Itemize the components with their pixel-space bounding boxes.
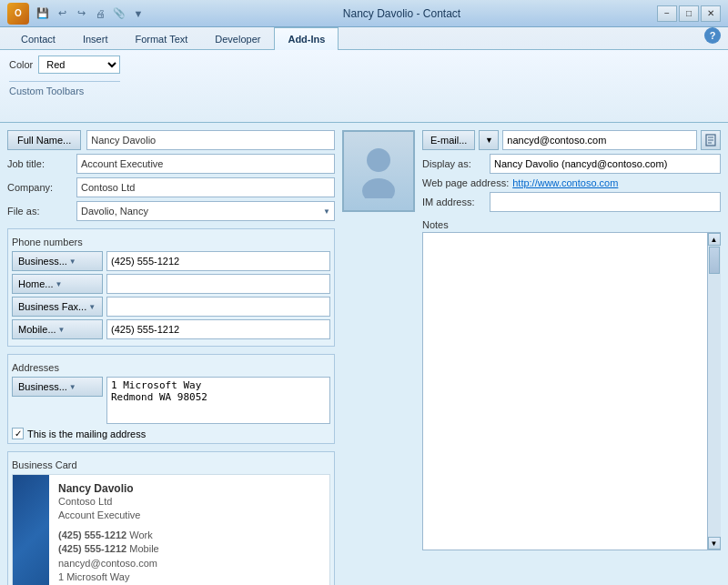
phone-home-input[interactable] — [106, 274, 330, 294]
addressbook-icon — [704, 134, 717, 146]
phone-row-home: Home... ▼ — [12, 274, 330, 294]
center-column — [342, 130, 415, 585]
redo-quick-btn[interactable]: ↪ — [73, 5, 89, 22]
form-area: Full Name... Job title: Company: File as… — [7, 130, 721, 585]
svg-point-1 — [362, 178, 395, 198]
tab-developer[interactable]: Developer — [201, 27, 274, 50]
email-button[interactable]: E-mail... — [422, 130, 475, 150]
undo-quick-btn[interactable]: ↩ — [54, 5, 70, 22]
help-icon[interactable]: ? — [704, 27, 721, 44]
bcard-phone2-type: Mobile — [129, 543, 158, 554]
address-section: Addresses Business... ▼ 1 Microsoft Way … — [7, 354, 335, 444]
company-label: Company: — [7, 182, 71, 193]
maximize-button[interactable]: □ — [679, 5, 699, 22]
phone-section: Phone numbers Business... ▼ Home... ▼ — [7, 228, 335, 347]
save-quick-btn[interactable]: 💾 — [35, 5, 51, 22]
phone-fax-arrow: ▼ — [88, 303, 96, 311]
phone-business-btn[interactable]: Business... ▼ — [12, 251, 103, 271]
scroll-up-btn[interactable]: ▲ — [708, 233, 721, 246]
address-type-btn[interactable]: Business... ▼ — [12, 377, 103, 397]
phone-fax-label: Business Fax... — [18, 301, 86, 312]
contact-photo[interactable] — [342, 130, 415, 212]
custom-toolbars-label: Custom Toolbars — [9, 81, 120, 96]
fullname-button[interactable]: Full Name... — [7, 130, 81, 150]
bcard-phone1-type: Work — [129, 530, 152, 540]
webpage-label: Web page address: — [422, 177, 509, 188]
attach-quick-btn[interactable]: 📎 — [111, 5, 127, 22]
company-row: Company: — [7, 177, 335, 197]
scroll-down-btn[interactable]: ▼ — [708, 537, 721, 550]
notes-textarea[interactable]: ▲ ▼ — [422, 232, 721, 550]
ribbon: Contact Insert Format Text Developer Add… — [0, 27, 728, 123]
bcard-name: Nancy Davolio — [58, 482, 320, 495]
phone-business-input[interactable] — [106, 251, 330, 271]
bcard-phones: (425) 555-1212 Work (425) 555-1212 Mobil… — [58, 529, 320, 585]
window-controls: − □ ✕ — [657, 5, 721, 22]
svg-point-0 — [367, 148, 390, 172]
bcard-info: Nancy Davolio Contoso Ltd Account Execut… — [49, 475, 329, 585]
mailing-label: This is the mailing address — [27, 429, 146, 439]
bcard-phone1: (425) 555-1212 — [58, 530, 126, 540]
phone-mobile-arrow: ▼ — [58, 326, 66, 334]
bcard-phone2: (425) 555-1212 — [58, 543, 126, 554]
phone-row-business: Business... ▼ — [12, 251, 330, 271]
fullname-input[interactable] — [86, 130, 335, 150]
title-bar: O 💾 ↩ ↪ 🖨 📎 ▼ Nancy Davolio - Contact − … — [0, 0, 728, 27]
print-quick-btn[interactable]: 🖨 — [92, 5, 108, 22]
address-type-arrow: ▼ — [69, 383, 76, 391]
scroll-track — [708, 246, 721, 537]
address-textarea[interactable]: 1 Microsoft Way Redmond WA 98052 — [106, 377, 330, 424]
bcard-phone1-line: (425) 555-1212 Work — [58, 529, 320, 542]
phone-fax-input[interactable] — [106, 297, 330, 317]
main-content: Full Name... Job title: Company: File as… — [0, 123, 728, 585]
display-label: Display as: — [422, 158, 486, 169]
webpage-row: Web page address: http://www.contoso.com — [422, 177, 721, 188]
webpage-link[interactable]: http://www.contoso.com — [512, 177, 721, 188]
quick-access-toolbar: 💾 ↩ ↪ 🖨 📎 ▼ — [35, 5, 147, 22]
minimize-button[interactable]: − — [657, 5, 677, 22]
business-card-section: Business Card Nancy Davolio Contoso Ltd … — [7, 451, 335, 585]
bcard-phone2-line: (425) 555-1212 Mobile — [58, 542, 320, 556]
phone-business-label: Business... — [18, 256, 67, 267]
email-input[interactable] — [502, 130, 697, 150]
jobtitle-input[interactable] — [76, 154, 335, 174]
scroll-thumb[interactable] — [709, 247, 720, 274]
mailing-check-row: ✓ This is the mailing address — [12, 428, 330, 439]
person-icon — [356, 144, 401, 198]
fullname-row: Full Name... — [7, 130, 335, 150]
bcard-blue-strip — [13, 475, 49, 585]
phone-home-label: Home... — [18, 278, 54, 289]
phone-mobile-input[interactable] — [106, 319, 330, 339]
more-quick-btn[interactable]: ▼ — [130, 5, 147, 22]
phone-fax-btn[interactable]: Business Fax... ▼ — [12, 297, 103, 317]
tab-insert[interactable]: Insert — [69, 27, 122, 50]
title-bar-left: O 💾 ↩ ↪ 🖨 📎 ▼ — [7, 3, 147, 25]
tab-contact[interactable]: Contact — [7, 27, 69, 50]
im-row: IM address: — [422, 192, 721, 212]
email-addressbook-btn[interactable] — [701, 130, 721, 150]
left-form: Full Name... Job title: Company: File as… — [7, 130, 335, 585]
mailing-checkbox[interactable]: ✓ — [12, 428, 24, 439]
phone-section-title: Phone numbers — [12, 237, 330, 247]
color-select[interactable]: Red Blue Green Black — [38, 55, 120, 74]
ribbon-group-color: Color Red Blue Green Black Custom Toolba… — [9, 55, 120, 96]
display-input[interactable] — [490, 154, 721, 174]
tab-format-text[interactable]: Format Text — [121, 27, 201, 50]
phone-home-btn[interactable]: Home... ▼ — [12, 274, 103, 294]
bcard-jobtitle: Account Executive — [58, 509, 320, 522]
company-input[interactable] — [76, 177, 335, 197]
bcard-email: nancyd@contoso.com — [58, 557, 320, 570]
tab-addins[interactable]: Add-Ins — [274, 27, 339, 50]
window-title: Nancy Davolio - Contact — [147, 7, 657, 20]
bcard-title: Business Card — [12, 459, 330, 470]
im-input[interactable] — [490, 192, 721, 212]
fileas-dropdown-arrow: ▼ — [323, 207, 330, 216]
email-dropdown-btn[interactable]: ▼ — [479, 130, 499, 150]
close-button[interactable]: ✕ — [701, 5, 721, 22]
fileas-select[interactable]: Davolio, Nancy ▼ — [76, 201, 335, 221]
right-form: E-mail... ▼ Display as: — [422, 130, 721, 585]
jobtitle-row: Job title: — [7, 154, 335, 174]
bcard-addr1: 1 Microsoft Way — [58, 570, 320, 584]
color-label: Color — [9, 59, 33, 70]
phone-mobile-btn[interactable]: Mobile... ▼ — [12, 319, 103, 339]
